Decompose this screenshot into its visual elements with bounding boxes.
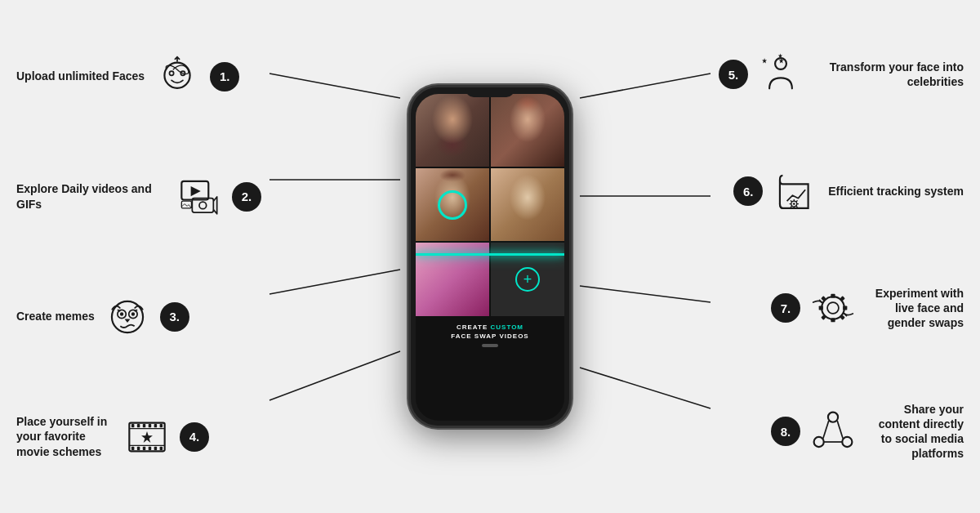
svg-rect-46 [831, 318, 835, 322]
feature-item-8: Share your content directly to social me… [719, 402, 964, 462]
tracking-icon [773, 168, 818, 214]
face-cell-2 [491, 94, 564, 167]
phone-notch [466, 87, 514, 97]
feature-item-5: Transform your face into celebrities 5. [719, 51, 964, 97]
feature-item-4: Place yourself in your favorite movie sc… [16, 414, 261, 460]
meme-icon [105, 294, 150, 340]
feature-4-label: Place yourself in your favorite movie sc… [16, 414, 114, 459]
svg-rect-35 [160, 446, 163, 449]
bottom-bar: CREATE CUSTOMFACE SWAP VIDEOS [416, 316, 564, 352]
right-features: Transform your face into celebrities 5. … [719, 0, 964, 513]
feature-6-label: Efficient tracking system [828, 184, 964, 199]
svg-point-42 [793, 203, 795, 206]
svg-line-0 [270, 74, 400, 98]
badge-4: 4. [180, 422, 209, 452]
badge-3: 3. [160, 302, 189, 332]
gender-swap-icon [810, 285, 856, 331]
badge-8: 8. [771, 417, 800, 446]
svg-point-9 [170, 71, 174, 75]
svg-point-20 [131, 312, 135, 315]
svg-rect-26 [143, 423, 145, 426]
feature-item-6: Efficient tracking system 6. [719, 168, 964, 214]
svg-rect-32 [143, 446, 145, 449]
svg-rect-15 [181, 201, 191, 208]
svg-rect-48 [843, 306, 847, 310]
feature-5-label: Transform your face into celebrities [813, 60, 964, 89]
badge-6: 6. [733, 176, 763, 206]
svg-line-56 [823, 421, 829, 439]
main-container: + CREATE CUSTOMFACE SWAP VIDEOS Upload u… [0, 0, 980, 513]
svg-rect-29 [160, 423, 163, 426]
svg-point-43 [822, 297, 844, 319]
svg-line-6 [580, 286, 710, 302]
face-cell-3 [416, 168, 489, 241]
svg-rect-34 [154, 446, 157, 449]
share-icon [810, 408, 856, 454]
svg-line-7 [580, 368, 710, 408]
svg-line-3 [270, 351, 400, 400]
badge-5: 5. [719, 60, 748, 89]
svg-rect-45 [831, 294, 835, 298]
svg-rect-47 [819, 306, 823, 310]
face-cell-1 [416, 94, 489, 167]
svg-point-19 [120, 312, 123, 315]
badge-7: 7. [771, 293, 800, 323]
movie-icon [124, 414, 170, 460]
svg-rect-28 [154, 423, 157, 426]
svg-marker-12 [191, 186, 201, 196]
phone-body: + CREATE CUSTOMFACE SWAP VIDEOS [408, 85, 572, 428]
svg-point-53 [828, 413, 838, 422]
badge-2: 2. [232, 182, 261, 212]
svg-marker-38 [762, 58, 767, 63]
svg-line-57 [837, 421, 843, 439]
feature-item-3: Create memes [16, 294, 261, 340]
bottom-bar-text: CREATE CUSTOMFACE SWAP VIDEOS [416, 323, 564, 341]
svg-line-4 [580, 74, 710, 98]
svg-point-14 [199, 202, 207, 209]
feature-3-label: Create memes [16, 309, 95, 323]
svg-rect-25 [137, 423, 140, 426]
scan-line [416, 253, 564, 256]
feature-item-7: Experiment with live face and gender swa… [719, 285, 964, 331]
svg-point-54 [814, 437, 824, 447]
face-cell-4 [491, 168, 564, 241]
svg-point-55 [842, 437, 852, 447]
svg-rect-31 [137, 446, 140, 449]
svg-rect-24 [131, 423, 134, 426]
svg-rect-27 [149, 423, 151, 426]
badge-1: 1. [210, 62, 239, 91]
phone-screen: + CREATE CUSTOMFACE SWAP VIDEOS [416, 94, 564, 421]
feature-1-label: Upload unlimited Faces [16, 69, 145, 83]
add-icon: + [515, 267, 540, 292]
face-grid-top [416, 94, 564, 241]
feature-item-2: Explore Daily videos and GIFs 2. [16, 174, 261, 220]
phone-mockup: + CREATE CUSTOMFACE SWAP VIDEOS [408, 85, 572, 428]
svg-point-37 [775, 58, 786, 69]
feature-8-label: Share your content directly to social me… [866, 402, 964, 462]
feature-item-1: Upload unlimited Faces 1. [16, 54, 261, 100]
svg-rect-30 [131, 446, 134, 449]
feature-7-label: Experiment with live face and gender swa… [866, 286, 964, 331]
svg-point-44 [827, 302, 839, 314]
nav-dot [482, 344, 498, 347]
left-features: Upload unlimited Faces 1. Explore Daily … [16, 0, 261, 513]
svg-rect-33 [149, 446, 151, 449]
celebrity-icon [758, 51, 804, 97]
svg-line-2 [270, 270, 400, 294]
svg-marker-36 [141, 431, 153, 443]
video-gif-icon [176, 174, 222, 220]
face-upload-icon [154, 54, 200, 100]
feature-2-label: Explore Daily videos and GIFs [16, 181, 167, 211]
